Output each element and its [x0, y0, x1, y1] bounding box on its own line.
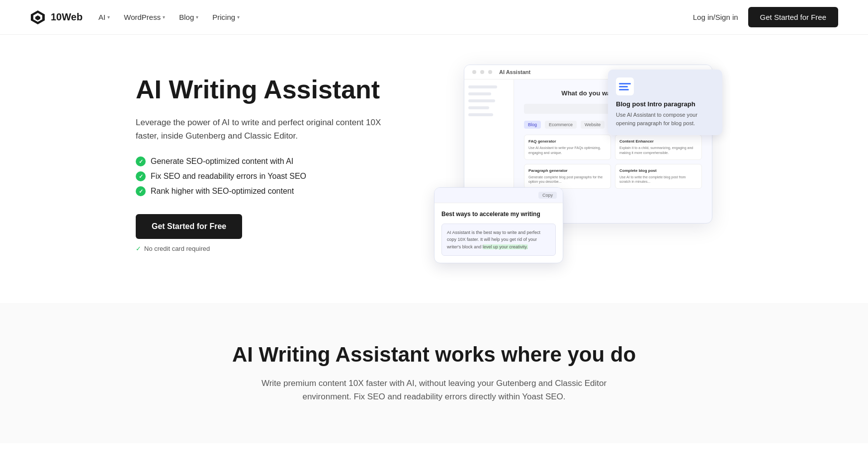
float-icon-area: [616, 77, 634, 95]
editor-big-text: Best ways to accelerate my writing: [441, 210, 556, 219]
card-text-3: Generate complete blog post paragraphs f…: [528, 175, 607, 185]
hero-left: AI Writing Assistant Leverage the power …: [136, 76, 384, 253]
bottom-section-title: AI Writing Assistant works where you do: [50, 343, 818, 367]
logo[interactable]: 10Web: [30, 9, 83, 25]
sidebar-item-mock-4: [468, 106, 489, 109]
editor-topbar: Copy: [434, 188, 563, 203]
float-line-2: [619, 86, 628, 87]
mockup-dot-3: [488, 70, 492, 74]
editor-body: Best ways to accelerate my writing AI As…: [434, 203, 563, 263]
hero-content: AI Writing Assistant Leverage the power …: [86, 35, 782, 303]
chevron-down-icon: ▾: [237, 14, 240, 20]
mockup-card-1: FAQ generator Use AI Assistant to write …: [524, 135, 611, 160]
bottom-section: AI Writing Assistant works where you do …: [0, 303, 868, 443]
sidebar-item-mock-5: [468, 113, 493, 116]
nav-link-pricing[interactable]: Pricing ▾: [212, 13, 240, 21]
feature-text-2: Fix SEO and readability errors in Yoast …: [151, 172, 306, 181]
mockup-float-card: Blog post Intro paragraph Use AI Assista…: [608, 70, 722, 135]
card-title-4: Complete blog post: [619, 168, 697, 173]
card-text-4: Use AI to write the complete blog post f…: [619, 175, 697, 185]
card-text-1: Use AI Assistant to write your FAQs opti…: [528, 146, 607, 155]
mockup-card-3: Paragraph generator Generate complete bl…: [524, 164, 611, 189]
chevron-down-icon: ▾: [107, 14, 110, 20]
mockup-tab-blog[interactable]: Blog: [524, 121, 541, 129]
chevron-down-icon: ▾: [163, 14, 165, 20]
editor-highlight: level up your creativity.: [483, 244, 528, 249]
card-title-3: Paragraph generator: [528, 168, 607, 173]
no-credit-card-notice: ✓ No credit card required: [136, 245, 384, 252]
nav-left: 10Web AI ▾ WordPress ▾ Blog ▾ Pricing ▾: [30, 9, 240, 25]
logo-text: 10Web: [51, 11, 83, 23]
mockup-dot-1: [472, 70, 476, 74]
mockup-card-4: Complete blog post Use AI to write the c…: [615, 164, 702, 189]
nav-link-ai[interactable]: AI ▾: [98, 13, 110, 21]
mockup-title-bar: AI Assistant: [499, 69, 530, 75]
mockup-dot-2: [480, 70, 484, 74]
hero-section: AI Writing Assistant Leverage the power …: [0, 35, 868, 303]
nav-link-blog[interactable]: Blog ▾: [179, 13, 198, 21]
float-card-desc: Use AI Assistant to compose your opening…: [616, 111, 714, 127]
feature-text-1: Generate SEO-optimized content with AI: [151, 157, 293, 166]
screenshot-container: AI Assistant What do you want to write t…: [434, 65, 712, 263]
feature-item-1: Generate SEO-optimized content with AI: [136, 156, 384, 166]
no-cc-check-icon: ✓: [136, 245, 141, 252]
no-cc-text: No credit card required: [144, 245, 210, 252]
sidebar-item-mock-1: [468, 85, 497, 88]
check-icon-1: [136, 156, 146, 166]
card-title-1: FAQ generator: [528, 139, 607, 144]
check-icon-3: [136, 186, 146, 196]
chevron-down-icon: ▾: [196, 14, 198, 20]
sidebar-item-mock-2: [468, 92, 491, 95]
float-card-title: Blog post Intro paragraph: [616, 100, 714, 108]
feature-item-3: Rank higher with SEO-optimized content: [136, 186, 384, 196]
check-icon-2: [136, 171, 146, 181]
float-line-1: [619, 83, 631, 84]
feature-list: Generate SEO-optimized content with AI F…: [136, 156, 384, 196]
bottom-section-desc: Write premium content 10X faster with AI…: [260, 377, 608, 403]
mockup-cards-grid: FAQ generator Use AI Assistant to write …: [524, 135, 702, 189]
hero-subtitle: Leverage the power of AI to write and pe…: [136, 116, 384, 143]
cta-button-nav[interactable]: Get Started for Free: [748, 7, 838, 27]
float-line-3: [619, 89, 629, 90]
card-text-2: Explain it to a child, summarizing, enga…: [619, 146, 697, 155]
nav-links: AI ▾ WordPress ▾ Blog ▾ Pricing ▾: [98, 13, 240, 21]
sidebar-item-mock-3: [468, 99, 495, 102]
editor-textarea: AI Assistant is the best way to write an…: [441, 224, 556, 256]
mockup-card-2: Content Enhancer Explain it to a child, …: [615, 135, 702, 160]
login-link[interactable]: Log in/Sign in: [693, 13, 738, 21]
mockup-tab-website[interactable]: Website: [581, 121, 605, 129]
hero-title: AI Writing Assistant: [136, 76, 384, 104]
editor-body-text: AI Assistant is the best way to write an…: [447, 230, 540, 249]
feature-text-3: Rank higher with SEO-optimized content: [151, 187, 294, 196]
navigation: 10Web AI ▾ WordPress ▾ Blog ▾ Pricing ▾ …: [0, 0, 868, 35]
editor-copy-btn[interactable]: Copy: [538, 192, 557, 199]
nav-right: Log in/Sign in Get Started for Free: [693, 7, 838, 27]
mockup-editor-window: Copy Best ways to accelerate my writing …: [434, 187, 563, 263]
mockup-tab-ecommerce[interactable]: Ecommerce: [545, 121, 577, 129]
nav-link-wordpress[interactable]: WordPress ▾: [124, 13, 165, 21]
float-lines-icon: [619, 83, 631, 90]
hero-right: AI Assistant What do you want to write t…: [414, 65, 732, 263]
feature-item-2: Fix SEO and readability errors in Yoast …: [136, 171, 384, 181]
card-title-2: Content Enhancer: [619, 139, 697, 144]
logo-icon: [30, 9, 46, 25]
cta-button-hero[interactable]: Get Started for Free: [136, 214, 242, 239]
